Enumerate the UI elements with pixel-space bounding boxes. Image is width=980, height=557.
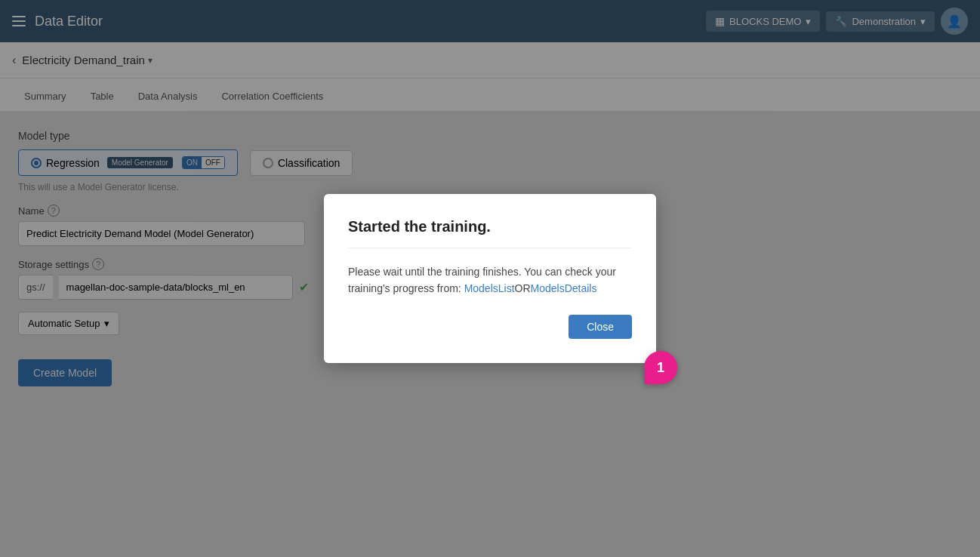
training-started-modal: Started the training. Please wait until … [324,194,656,364]
modal-body: Please wait until the training finishes.… [348,263,632,297]
modal-title: Started the training. [348,218,632,248]
models-list-link[interactable]: ModelsList [464,282,515,294]
step-badge: 1 [644,351,677,384]
models-details-link[interactable]: ModelsDetails [531,282,597,294]
or-text: OR [515,282,531,294]
modal-overlay: Started the training. Please wait until … [0,0,980,557]
modal-footer: Close [348,315,632,339]
close-button[interactable]: Close [569,315,632,339]
step-number: 1 [657,360,664,376]
